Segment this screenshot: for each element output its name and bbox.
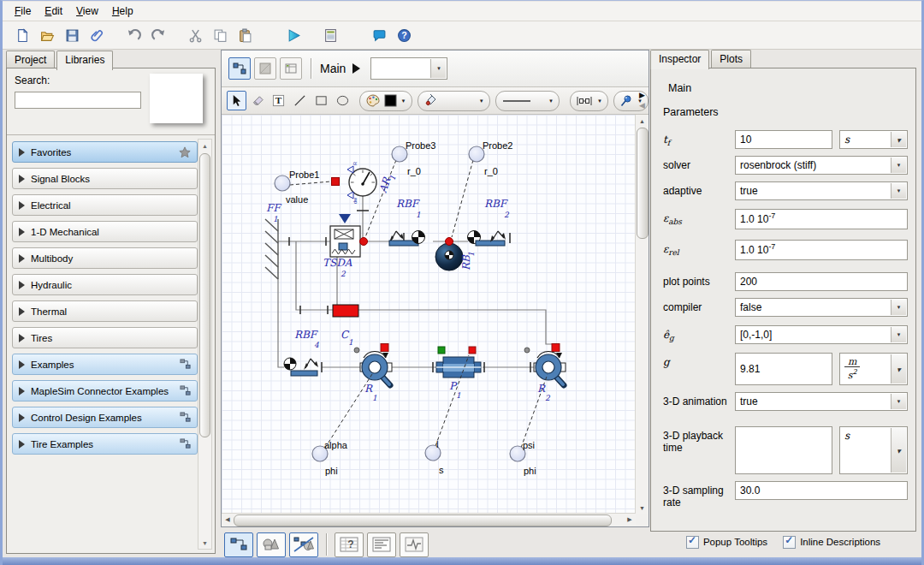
scrollbar-thumb[interactable]: [199, 153, 210, 437]
model-wires[interactable]: [278, 196, 555, 367]
canvas-hscrollbar[interactable]: ◀ ▶: [222, 513, 636, 526]
combo-arrow-icon[interactable]: [891, 394, 906, 409]
fixed-frame-component[interactable]: [265, 219, 278, 279]
library-item-tires[interactable]: Tires: [12, 327, 198, 348]
expand-triangle-icon[interactable]: [19, 413, 25, 422]
state-square-red[interactable]: [381, 344, 388, 352]
open-file-button[interactable]: [36, 24, 58, 46]
prismatic-joint[interactable]: [436, 357, 481, 378]
diagram-view-toggle[interactable]: [224, 532, 253, 557]
paste-button[interactable]: [234, 24, 256, 46]
run-simulation-button[interactable]: [282, 24, 305, 46]
library-item-control-design-examples[interactable]: Control Design Examples: [12, 407, 198, 428]
expand-triangle-icon[interactable]: [19, 307, 25, 316]
expand-triangle-icon[interactable]: [19, 228, 25, 236]
menu-edit[interactable]: Edit: [38, 3, 69, 19]
library-item-favorites[interactable]: Favorites: [12, 141, 198, 163]
menu-view[interactable]: View: [69, 3, 105, 19]
color-palette-control[interactable]: [359, 91, 412, 111]
expand-triangle-icon[interactable]: [19, 281, 25, 289]
redo-button[interactable]: [147, 24, 169, 46]
annotation-view-button[interactable]: [254, 57, 276, 80]
copy-button[interactable]: [209, 24, 231, 46]
probe-attachment-square[interactable]: [332, 178, 340, 186]
3d-playback-unit-combo[interactable]: s: [839, 426, 908, 474]
dropdown-arrow-icon[interactable]: [597, 98, 602, 104]
rigid-body-frame-4[interactable]: [284, 358, 318, 376]
hscroll-thumb[interactable]: [234, 514, 612, 526]
new-document-button[interactable]: [11, 24, 33, 46]
3d-animation-combo[interactable]: true: [735, 392, 908, 411]
tab-inspector[interactable]: Inspector: [650, 50, 709, 69]
connection-dot[interactable]: [446, 238, 453, 246]
revolute-joint-2[interactable]: [534, 351, 566, 385]
combo-arrow-icon[interactable]: [891, 300, 906, 315]
combo-arrow-icon[interactable]: [891, 132, 906, 147]
library-item-maplesim-connector-examples[interactable]: MapleSim Connector Examples: [12, 380, 198, 401]
state-square-red[interactable]: [552, 344, 560, 352]
dropdown-arrow-icon[interactable]: [548, 98, 554, 104]
state-square-green[interactable]: [438, 347, 445, 354]
scroll-right-icon[interactable]: ▶: [624, 514, 636, 526]
canvas-vscrollbar[interactable]: ▲ ▼: [635, 115, 649, 514]
cut-button[interactable]: [184, 24, 206, 46]
inline-descriptions-option[interactable]: Inline Descriptions: [783, 536, 880, 549]
dropdown-arrow-icon[interactable]: [401, 98, 406, 104]
g-unit-combo[interactable]: ms2: [839, 353, 908, 385]
connection-style-control[interactable]: [570, 91, 608, 111]
simulation-pane-button[interactable]: [400, 532, 429, 557]
vscroll-thumb[interactable]: [637, 128, 649, 239]
attach-button[interactable]: [86, 24, 108, 46]
inline-descriptions-checkbox[interactable]: [783, 536, 796, 549]
revolute-joint-1[interactable]: [360, 351, 392, 385]
popup-tooltips-checkbox[interactable]: [686, 536, 699, 549]
combo-arrow-icon[interactable]: [891, 428, 906, 473]
scroll-up-icon[interactable]: ▲: [198, 140, 211, 152]
menu-help[interactable]: Help: [105, 3, 140, 19]
state-square-red[interactable]: [469, 347, 476, 354]
g-input[interactable]: [735, 353, 832, 385]
expand-triangle-icon[interactable]: [19, 387, 25, 396]
pointer-tool-button[interactable]: [227, 91, 246, 110]
scroll-up-icon[interactable]: ▲: [636, 115, 649, 127]
dropdown-arrow-icon[interactable]: [479, 98, 484, 104]
combo-arrow-icon[interactable]: [891, 158, 906, 173]
plot-points-input[interactable]: [735, 272, 908, 291]
split-view-toggle[interactable]: [289, 532, 318, 557]
undo-button[interactable]: [122, 24, 145, 46]
breadcrumb[interactable]: Main: [320, 62, 346, 75]
adaptive-combo[interactable]: true: [735, 181, 908, 200]
scroll-down-icon[interactable]: ▼: [198, 537, 211, 549]
expand-triangle-icon[interactable]: [19, 175, 25, 183]
save-button[interactable]: [61, 24, 83, 46]
expand-triangle-icon[interactable]: [19, 148, 25, 157]
solver-combo[interactable]: rosenbrock (stiff): [735, 156, 908, 175]
combo-arrow-icon[interactable]: [891, 183, 906, 199]
library-scrollbar[interactable]: ▲ ▼: [198, 139, 212, 550]
library-item-hydraulic[interactable]: Hydraulic: [12, 274, 198, 295]
compiler-combo[interactable]: false: [735, 298, 908, 317]
3d-view-toggle[interactable]: [257, 532, 286, 557]
rigid-body-component[interactable]: [435, 243, 463, 271]
popup-tooltips-option[interactable]: Popup Tooltips: [686, 536, 767, 549]
library-item-thermal[interactable]: Thermal: [12, 300, 198, 322]
subsystem-combo[interactable]: [370, 57, 447, 80]
tab-libraries[interactable]: Libraries: [56, 51, 113, 70]
tf-unit-combo[interactable]: s: [839, 130, 908, 149]
gravity-vector-combo[interactable]: [0,-1,0]: [735, 325, 908, 344]
scroll-down-icon[interactable]: ▼: [636, 502, 649, 514]
help-button[interactable]: ?: [393, 24, 415, 46]
library-item-signal-blocks[interactable]: Signal Blocks: [12, 168, 198, 189]
rectangle-tool-button[interactable]: [311, 91, 331, 110]
fill-color-control[interactable]: [418, 91, 490, 111]
expand-triangle-icon[interactable]: [19, 201, 25, 210]
diagram-view-button[interactable]: [228, 57, 251, 80]
menu-file[interactable]: File: [8, 3, 38, 19]
description-pane-button[interactable]: [367, 532, 396, 557]
help-pane-button[interactable]: ?: [335, 532, 364, 557]
subsystem-grid-button[interactable]: [280, 57, 302, 80]
ellipse-tool-button[interactable]: [333, 91, 352, 110]
toolbar-collapse-icon[interactable]: [639, 100, 645, 110]
toolbar-overflow-icon[interactable]: [639, 90, 645, 100]
model-canvas[interactable]: R dw: [222, 115, 636, 514]
